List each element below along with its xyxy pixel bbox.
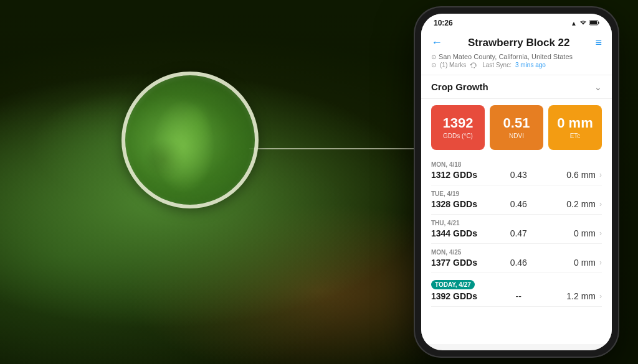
signal-icon: ▲ (571, 20, 577, 27)
row-values-0: 1312 GDDs 0.43 0.6 mm › (431, 170, 602, 180)
chevron-right-icon-1: › (599, 200, 602, 208)
app-content: ← Strawberry Block 22 ≡ ⊙ San Mateo Coun… (421, 30, 612, 344)
row-ndvi-1: 0.46 (493, 199, 545, 209)
magnifier-circle (121, 72, 259, 208)
row-date-2: THU, 4/21 (431, 220, 602, 226)
sync-label (470, 62, 478, 68)
row-values-4: 1392 GDDs -- 1.2 mm › (431, 291, 602, 301)
gdds-value: 1392 (443, 116, 474, 130)
row-gdds-3: 1377 GDDs (431, 258, 493, 268)
chevron-right-icon-4: › (599, 292, 602, 301)
location-text: San Mateo County, California, United Sta… (439, 53, 573, 60)
row-date-3: MON, 4/25 (431, 249, 602, 256)
row-gdds-4: 1392 GDDs (431, 291, 493, 301)
chevron-right-icon-3: › (599, 258, 602, 267)
svg-point-0 (583, 24, 583, 24)
row-values-3: 1377 GDDs 0.46 0 mm › (431, 258, 602, 268)
row-gdds-2: 1344 GDDs (431, 228, 493, 238)
chevron-right-icon-0: › (599, 170, 602, 179)
row-ndvi-3: 0.46 (493, 258, 545, 268)
row-gdds-1: 1328 GDDs (431, 199, 493, 209)
section-header[interactable]: Crop Growth ⌄ (421, 75, 612, 99)
table-row[interactable]: TODAY, 4/27 1392 GDDs -- 1.2 mm › (431, 273, 602, 307)
wifi-icon (579, 19, 587, 27)
magnifier-line (249, 148, 417, 149)
data-rows: MON, 4/18 1312 GDDs 0.43 0.6 mm › TUE, 4… (421, 156, 612, 307)
phone-frame: 10:26 ▲ ← Strawberry Block 22 ≡ (414, 6, 619, 358)
table-row[interactable]: THU, 4/21 1344 GDDs 0.47 0 mm › (431, 215, 602, 244)
metric-card-gdds[interactable]: 1392 GDDs (°C) (431, 105, 485, 150)
marks-label: (1) Marks (440, 62, 466, 68)
metric-cards: 1392 GDDs (°C) 0.51 NDVI 0 mm ETc (421, 99, 612, 156)
svg-rect-3 (590, 21, 597, 24)
row-etc-4: 1.2 mm (545, 291, 596, 301)
menu-button[interactable]: ≡ (595, 36, 602, 49)
sync-time: 3 mins ago (515, 62, 546, 68)
sync-label-text: Last Sync: (482, 62, 512, 68)
etc-label: ETc (570, 133, 581, 139)
row-values-1: 1328 GDDs 0.46 0.2 mm › (431, 199, 602, 209)
status-time: 10:26 (434, 19, 453, 27)
ndvi-label: NDVI (509, 133, 524, 139)
chevron-right-icon-2: › (599, 229, 602, 238)
location-line: ⊙ San Mateo County, California, United S… (431, 53, 602, 60)
row-etc-1: 0.2 mm (545, 199, 596, 209)
status-icons: ▲ (571, 19, 599, 27)
app-header: ← Strawberry Block 22 ≡ (421, 30, 612, 53)
row-etc-2: 0 mm (545, 228, 596, 238)
location-bar: ⊙ San Mateo County, California, United S… (421, 53, 612, 72)
row-date-1: TUE, 4/19 (431, 190, 602, 197)
chevron-down-icon: ⌄ (594, 82, 602, 92)
back-button[interactable]: ← (431, 36, 442, 49)
table-row[interactable]: MON, 4/25 1377 GDDs 0.46 0 mm › (431, 244, 602, 273)
etc-value: 0 mm (557, 116, 593, 130)
svg-rect-2 (598, 22, 599, 24)
sync-line: ⊙ (1) Marks Last Sync: 3 mins ago (431, 62, 602, 68)
row-etc-3: 0 mm (545, 258, 596, 268)
page-title: Strawberry Block 22 (468, 37, 569, 49)
gdds-label: GDDs (°C) (443, 133, 473, 139)
metric-card-ndvi[interactable]: 0.51 NDVI (490, 105, 543, 150)
section-title: Crop Growth (431, 82, 488, 92)
row-gdds-0: 1312 GDDs (431, 170, 493, 180)
metric-card-etc[interactable]: 0 mm ETc (548, 105, 602, 150)
row-values-2: 1344 GDDs 0.47 0 mm › (431, 228, 602, 238)
row-ndvi-2: 0.47 (493, 228, 545, 238)
row-ndvi-0: 0.43 (493, 170, 545, 180)
sync-icon: ⊙ (431, 62, 436, 68)
location-icon: ⊙ (431, 54, 436, 60)
row-date-4: TODAY, 4/27 (431, 280, 475, 289)
row-etc-0: 0.6 mm (545, 170, 596, 180)
battery-icon (589, 20, 599, 27)
status-bar: 10:26 ▲ (421, 14, 612, 30)
table-row[interactable]: MON, 4/18 1312 GDDs 0.43 0.6 mm › (431, 156, 602, 185)
row-ndvi-4: -- (493, 291, 545, 301)
table-row[interactable]: TUE, 4/19 1328 GDDs 0.46 0.2 mm › (431, 185, 602, 215)
row-date-0: MON, 4/18 (431, 161, 602, 168)
phone-screen: 10:26 ▲ ← Strawberry Block 22 ≡ (421, 14, 612, 350)
ndvi-value: 0.51 (503, 116, 530, 130)
